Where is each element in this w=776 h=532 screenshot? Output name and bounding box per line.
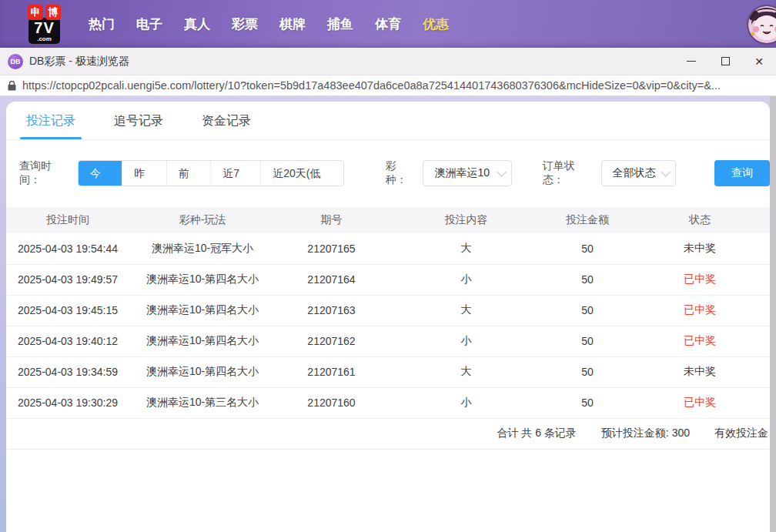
cell-game-play: 澳洲幸运10-第四名大小: [129, 295, 276, 326]
time-filter-group: 今天昨天前天近7天近20天(低频): [78, 160, 344, 186]
record-tab[interactable]: 追号记录: [109, 113, 168, 139]
lottery-filter-label: 彩种：: [386, 159, 417, 187]
logo-domain-text: .com: [37, 36, 52, 42]
search-button[interactable]: 查询: [714, 160, 770, 186]
cell-status: 已中奖: [630, 295, 770, 326]
cell-game-play: 澳洲幸运10-冠军大小: [129, 233, 276, 264]
cell-bet-content: 大: [387, 233, 545, 264]
vertical-scrollbar[interactable]: [770, 96, 776, 532]
header-game-play: 彩种-玩法: [129, 207, 276, 233]
logo-badge-bo: 博: [45, 5, 61, 20]
table-row: 2025-04-03 19:45:15 澳洲幸运10-第四名大小 2120716…: [6, 295, 770, 326]
cell-bet-amount: 50: [545, 233, 630, 264]
lottery-select[interactable]: 澳洲幸运10: [423, 160, 511, 186]
page-background: 投注记录追号记录资金记录 查询时间： 今天昨天前天近7天近20天(低频) 彩种：…: [0, 96, 776, 532]
order-status-label: 订单状态：: [543, 159, 595, 187]
window-title: DB彩票 - 极速浏览器: [29, 55, 129, 69]
table-body: 2025-04-03 19:54:44 澳洲幸运10-冠军大小 21207165…: [6, 233, 770, 418]
close-button[interactable]: ✕: [742, 48, 776, 75]
nav-menu-item[interactable]: 体育: [364, 8, 412, 41]
cell-bet-time: 2025-04-03 19:40:12: [6, 326, 129, 356]
cell-bet-time: 2025-04-03 19:34:59: [6, 356, 129, 387]
site-top-nav: 申 博 7V .com 热门电子真人彩票棋牌捕鱼体育优惠: [0, 0, 776, 48]
header-bet-content: 投注内容: [387, 207, 545, 233]
table-row: 2025-04-03 19:49:57 澳洲幸运10-第四名大小 2120716…: [6, 264, 770, 295]
record-tabs: 投注记录追号记录资金记录: [6, 102, 770, 140]
cell-issue: 21207163: [276, 295, 387, 326]
nav-menu-item[interactable]: 电子: [125, 8, 173, 41]
cell-bet-content: 小: [387, 264, 545, 295]
chevron-down-icon: [497, 167, 507, 177]
record-tab[interactable]: 投注记录: [22, 113, 80, 139]
nav-menu: 热门电子真人彩票棋牌捕鱼体育优惠: [78, 8, 460, 41]
cell-issue: 21207162: [276, 326, 387, 356]
order-status-select[interactable]: 全部状态: [601, 160, 677, 186]
nav-menu-item[interactable]: 优惠: [412, 8, 460, 41]
nav-menu-item[interactable]: 真人: [173, 8, 221, 41]
address-bar[interactable]: https://ctopcp02pcali.uengi5e.com/lotter…: [0, 75, 776, 96]
cell-status: 已中奖: [630, 326, 770, 356]
cell-bet-content: 小: [387, 387, 545, 418]
content-card: 投注记录追号记录资金记录 查询时间： 今天昨天前天近7天近20天(低频) 彩种：…: [6, 102, 770, 532]
table-header-row: 投注时间 彩种-玩法 期号 投注内容 投注金额 状态: [6, 207, 770, 233]
cell-bet-time: 2025-04-03 19:49:57: [6, 264, 129, 295]
lottery-select-value: 澳洲幸运10: [434, 166, 490, 180]
cell-status: 已中奖: [630, 264, 770, 295]
header-issue: 期号: [276, 207, 387, 233]
maximize-button[interactable]: [708, 48, 742, 75]
time-option[interactable]: 近20天(低频): [260, 161, 343, 186]
cell-issue: 21207161: [276, 356, 387, 387]
cell-game-play: 澳洲幸运10-第四名大小: [129, 326, 276, 356]
user-avatar[interactable]: [748, 6, 776, 43]
table-row: 2025-04-03 19:34:59 澳洲幸运10-第四名大小 2120716…: [6, 356, 770, 387]
nav-menu-item[interactable]: 热门: [78, 8, 125, 41]
summary-total: 合计 共 6 条记录: [497, 427, 576, 440]
maximize-icon: [721, 57, 730, 65]
cell-bet-content: 大: [387, 356, 545, 387]
nav-menu-item[interactable]: 捕鱼: [316, 8, 364, 41]
cell-bet-content: 小: [387, 326, 545, 356]
browser-titlebar: DB DB彩票 - 极速浏览器 ✕: [0, 48, 776, 75]
cell-game-play: 澳洲幸运10-第四名大小: [129, 264, 276, 295]
nav-menu-item[interactable]: 彩票: [221, 8, 269, 41]
summary-row: 合计 共 6 条记录 预计投注金额: 300 有效投注金: [6, 419, 770, 450]
summary-expected: 预计投注金额: 300: [601, 427, 690, 440]
cell-bet-amount: 50: [545, 356, 630, 387]
cell-bet-amount: 50: [545, 326, 630, 356]
cell-status: 未中奖: [630, 356, 770, 387]
logo-brand-text: 7V: [34, 20, 54, 35]
cell-bet-amount: 50: [545, 387, 630, 418]
header-bet-time: 投注时间: [6, 207, 129, 233]
window-controls: ✕: [674, 48, 776, 75]
table-row: 2025-04-03 19:40:12 澳洲幸运10-第四名大小 2120716…: [6, 326, 770, 356]
cell-issue: 21207164: [276, 264, 387, 295]
lock-icon: [8, 81, 16, 91]
cell-bet-time: 2025-04-03 19:30:29: [6, 387, 129, 418]
minimize-button[interactable]: [674, 48, 708, 75]
cell-bet-amount: 50: [545, 295, 630, 326]
cell-bet-amount: 50: [545, 264, 630, 295]
browser-app-icon: DB: [8, 54, 23, 69]
summary-valid: 有效投注金: [714, 427, 768, 440]
cell-status: 已中奖: [630, 387, 770, 418]
cell-game-play: 澳洲幸运10-第三名大小: [129, 387, 276, 418]
time-option[interactable]: 昨天: [122, 161, 166, 186]
logo-badges: 申 博: [28, 5, 61, 20]
cell-issue: 21207165: [276, 233, 387, 264]
minimize-icon: [687, 61, 696, 62]
time-filter-label: 查询时间：: [19, 159, 72, 187]
cell-status: 未中奖: [630, 233, 770, 264]
table-row: 2025-04-03 19:30:29 澳洲幸运10-第三名大小 2120716…: [6, 387, 770, 418]
time-option[interactable]: 今天: [79, 161, 122, 186]
time-option[interactable]: 近7天: [210, 161, 260, 186]
cell-bet-time: 2025-04-03 19:54:44: [6, 233, 129, 264]
order-status-value: 全部状态: [613, 166, 656, 180]
cell-bet-content: 大: [387, 295, 545, 326]
time-option[interactable]: 前天: [166, 161, 210, 186]
nav-menu-item[interactable]: 棋牌: [269, 8, 316, 41]
table-row: 2025-04-03 19:54:44 澳洲幸运10-冠军大小 21207165…: [6, 233, 770, 264]
brand-logo[interactable]: 申 博 7V .com: [28, 5, 61, 44]
record-tab[interactable]: 资金记录: [197, 113, 256, 139]
avatar-illustration: [748, 6, 776, 43]
cell-game-play: 澳洲幸运10-第四名大小: [129, 356, 276, 387]
